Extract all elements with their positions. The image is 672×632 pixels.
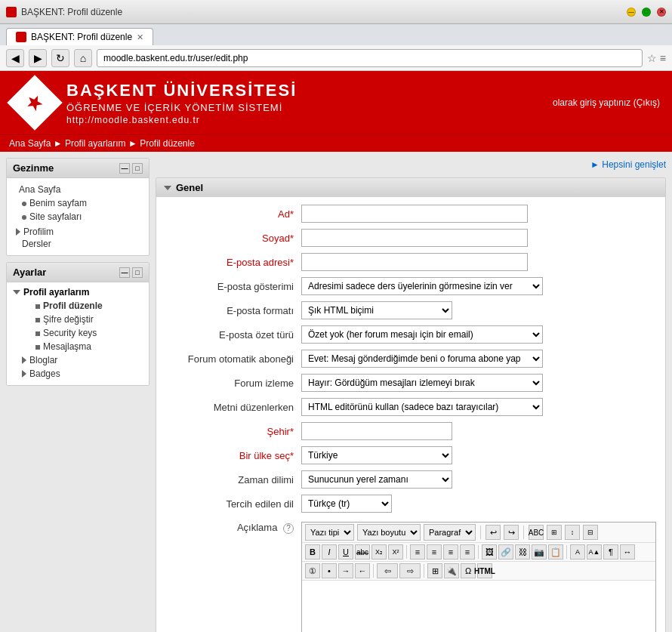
title-bar: BAŞKENT: Profil düzenle — □ ✕ [0, 0, 672, 24]
country-select[interactable]: Türkiye [301, 446, 452, 464]
rte-icon-9[interactable]: ⇨ [399, 563, 421, 578]
sidebar-item-site-sayfalari[interactable]: Site sayfaları [16, 210, 143, 224]
sidebar-item-profil-duzenle[interactable]: Profil düzenle [22, 299, 143, 313]
minimize-button[interactable]: — [627, 8, 636, 17]
maximize-button[interactable]: □ [642, 8, 651, 17]
timezone-row: Zaman dilimi Sunucunun yerel zamanı [165, 470, 656, 489]
email-digest-select[interactable]: Özet yok (her forum mesajı için bir emai… [301, 325, 543, 344]
rte-icon-5[interactable]: 📋 [548, 544, 563, 560]
rte-strike-btn[interactable]: abc [355, 544, 370, 560]
tab-favicon [16, 32, 26, 42]
sidebar-item-dersler[interactable]: Dersler [16, 237, 143, 251]
soyad-input[interactable] [301, 229, 528, 247]
rte-icon-btn2[interactable]: ↕ [565, 525, 580, 540]
email-format-select[interactable]: Şık HTML biçimi [301, 301, 452, 319]
text-edit-select[interactable]: HTML editörünü kullan (sadece bazı taray… [301, 398, 543, 416]
sidebar-item-security-keys[interactable]: Security keys [22, 326, 143, 340]
ad-input[interactable] [301, 205, 528, 223]
rte-icon-btn3[interactable]: ⊟ [583, 525, 598, 540]
rte-img-btn[interactable]: 🖼 [482, 544, 497, 560]
profilim-link[interactable]: Profilim [23, 227, 54, 237]
city-input[interactable] [301, 422, 452, 440]
rte-bold-btn[interactable]: B [305, 544, 320, 560]
gezinme-dock-btn[interactable]: □ [132, 163, 143, 174]
rte-alignc-btn[interactable]: ≡ [427, 544, 442, 560]
form-body: Ad Soyad E-posta adresi [156, 197, 665, 632]
forum-track-select[interactable]: Hayır: Gördüğüm mesajları izlemeyi bırak [301, 374, 543, 392]
rte-icon-6[interactable]: ¶ [603, 544, 618, 560]
expand-all-link[interactable]: ► Hepsini genişlet [590, 159, 666, 170]
address-bar[interactable] [97, 49, 643, 67]
rte-alignl-btn[interactable]: ≡ [410, 544, 425, 560]
reload-button[interactable]: ↻ [51, 49, 69, 67]
rte-alignr-btn[interactable]: ≡ [443, 544, 458, 560]
rte-sep-1 [480, 526, 481, 539]
forum-sub-select[interactable]: Evet: Mesaj gönderdiğimde beni o foruma … [301, 350, 543, 368]
rte-undo-btn[interactable]: ↩ [486, 525, 501, 540]
rte-font-select[interactable]: Yazı tipi [305, 524, 354, 541]
rte-table-btn[interactable]: ⊞ [427, 563, 442, 578]
desc-help-icon[interactable]: ? [283, 523, 294, 534]
rte-icon-4[interactable]: 📷 [532, 544, 547, 560]
rte-indent-btn[interactable]: → [338, 563, 353, 578]
sidebar-item-benim-sayfam[interactable]: Benim sayfam [16, 196, 143, 210]
bloglar-link[interactable]: Bloglar [29, 355, 57, 365]
rte-icon-10[interactable]: 🔌 [444, 563, 459, 578]
tab-close-button[interactable]: ✕ [137, 32, 143, 42]
rte-outdent-btn[interactable]: ← [355, 563, 370, 578]
rte-redo-btn[interactable]: ↪ [504, 525, 519, 540]
menu-icon[interactable]: ≡ [660, 52, 666, 64]
lang-select[interactable]: Türkçe (tr) [301, 495, 392, 513]
ayarlar-collapse-btn[interactable]: — [119, 267, 130, 278]
rte-icon-7[interactable]: ↔ [620, 544, 635, 560]
tab-bar: BAŞKENT: Profil düzenle ✕ [0, 24, 672, 45]
rte-content-area[interactable] [302, 581, 655, 632]
section-expand-icon [164, 186, 171, 190]
rte-size-select[interactable]: Yazı boyutu [357, 524, 421, 541]
email-format-label: E-posta formatı [165, 305, 301, 316]
rte-sep-4 [478, 545, 479, 559]
bookmark-icon[interactable]: ☆ [647, 52, 657, 64]
badges-link[interactable]: Badges [29, 368, 60, 379]
timezone-select[interactable]: Sunucunun yerel zamanı [301, 470, 452, 489]
forward-button[interactable]: ▶ [29, 49, 47, 67]
home-button[interactable]: ⌂ [74, 49, 92, 67]
site-name: BAŞKENT ÜNİVERSİTESİ [66, 81, 297, 100]
rte-sub-btn[interactable]: X₂ [371, 544, 387, 560]
expand-all[interactable]: ► Hepsini genişlet [156, 158, 666, 171]
rte-para-select[interactable]: Paragraf [424, 524, 476, 541]
profil-subitems: Profil düzenle Şifre değiştir Security k… [13, 299, 143, 381]
rte-icon-btn1[interactable]: ⊞ [547, 525, 562, 540]
rte-ul-btn[interactable]: • [322, 563, 337, 578]
active-tab[interactable]: BAŞKENT: Profil düzenle ✕ [6, 28, 153, 45]
rte-icon-8[interactable]: ⇦ [377, 563, 398, 578]
back-button[interactable]: ◀ [6, 49, 24, 67]
rte-spell-btn[interactable]: ABC [529, 525, 544, 540]
rte-char-btn[interactable]: Ω [461, 563, 476, 578]
rte-html-btn[interactable]: HTML [477, 563, 492, 578]
rte-ol-btn[interactable]: ① [305, 563, 320, 578]
sidebar-item-mesajlasma[interactable]: Mesajlaşma [22, 340, 143, 353]
sidebar-item-sifre-degistir[interactable]: Şifre değiştir [22, 313, 143, 326]
email-input[interactable] [301, 253, 528, 271]
bloglar-icon [22, 356, 26, 364]
browser-window: BAŞKENT: Profil düzenle — □ ✕ BAŞKENT: P… [0, 0, 672, 632]
email-row: E-posta adresi [165, 253, 656, 271]
email-show-select[interactable]: Adresimi sadece ders üyelerinin görmesin… [301, 277, 543, 295]
rte-link-btn[interactable]: 🔗 [498, 544, 513, 560]
rte-sup-btn[interactable]: X² [388, 544, 403, 560]
ayarlar-dock-btn[interactable]: □ [132, 267, 143, 278]
rte-toolbar-2: B I U abc X₂ X² ≡ ≡ [302, 543, 655, 562]
rte-bgcolor-btn[interactable]: A▲ [587, 544, 602, 560]
profil-expand-icon [13, 290, 20, 294]
sidebar-item-anasayfa[interactable]: Ana Sayfa [13, 183, 143, 196]
email-digest-row: E-posta özet türü Özet yok (her forum me… [165, 325, 656, 344]
rte-unlink-btn[interactable]: ⛓ [515, 544, 530, 560]
rte-underline-btn[interactable]: U [338, 544, 353, 560]
gezinme-collapse-btn[interactable]: — [119, 163, 130, 174]
rte-fgcolor-btn[interactable]: A [570, 544, 585, 560]
window-title: BAŞKENT: Profil düzenle [21, 7, 122, 17]
rte-alignj-btn[interactable]: ≡ [460, 544, 475, 560]
rte-italic-btn[interactable]: I [322, 544, 337, 560]
close-button[interactable]: ✕ [657, 8, 666, 17]
